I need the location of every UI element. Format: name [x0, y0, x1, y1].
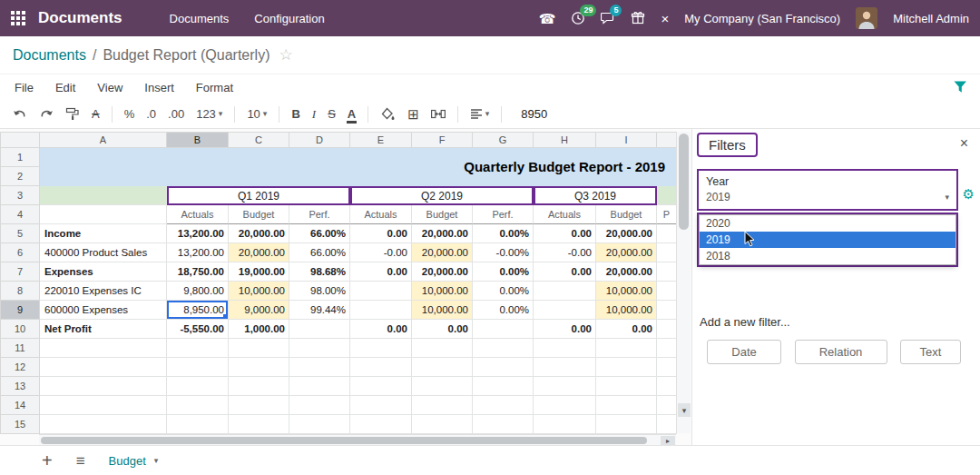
cell[interactable]: 20,000.00: [412, 262, 473, 282]
cell[interactable]: 20,000.00: [596, 262, 657, 282]
apps-grid-icon[interactable]: [11, 11, 25, 25]
cell[interactable]: [229, 339, 289, 358]
column-header-C[interactable]: C: [229, 133, 289, 148]
percent-format-button[interactable]: %: [124, 108, 135, 120]
cell[interactable]: [229, 377, 289, 396]
cell[interactable]: [229, 396, 289, 415]
cell[interactable]: 98.00%: [289, 282, 350, 301]
cell[interactable]: [40, 377, 167, 396]
subheader-cell[interactable]: Budget: [229, 205, 289, 224]
vertical-scrollbar-thumb[interactable]: [679, 134, 689, 230]
cell[interactable]: 0.00%: [473, 301, 534, 320]
column-header[interactable]: [657, 133, 677, 148]
cell[interactable]: 0.00%: [473, 224, 534, 243]
cell[interactable]: [473, 396, 534, 415]
cell[interactable]: [473, 377, 534, 396]
cell[interactable]: [657, 301, 677, 320]
column-header-I[interactable]: I: [596, 133, 657, 148]
cell[interactable]: [229, 415, 289, 434]
cell[interactable]: [534, 339, 596, 358]
breadcrumb-documents-link[interactable]: Documents: [13, 47, 86, 64]
cell[interactable]: 220010 Expenses IC: [40, 282, 167, 301]
increase-decimal-button[interactable]: .00: [168, 108, 184, 120]
cell[interactable]: [167, 377, 229, 396]
cell[interactable]: [657, 415, 677, 434]
select-all-corner[interactable]: [1, 133, 40, 148]
cell[interactable]: [596, 339, 657, 358]
column-header-E[interactable]: E: [350, 133, 412, 148]
cell[interactable]: [167, 339, 229, 358]
column-header-F[interactable]: F: [412, 133, 473, 148]
subheader-cell[interactable]: Actuals: [350, 205, 412, 224]
quarter-header[interactable]: Q2 2019: [350, 186, 534, 205]
cell[interactable]: [350, 415, 412, 434]
row-header-3[interactable]: 3: [1, 186, 40, 205]
cell[interactable]: 66.00%: [289, 243, 350, 262]
cell[interactable]: 10,000.00: [412, 301, 473, 320]
number-format-button[interactable]: 123 ▾: [196, 108, 222, 120]
cell[interactable]: [289, 415, 350, 434]
cell[interactable]: [289, 320, 350, 339]
cell[interactable]: [657, 358, 677, 377]
cell[interactable]: [657, 339, 677, 358]
cell[interactable]: [534, 301, 596, 320]
cell[interactable]: 10,000.00: [596, 282, 657, 301]
cell[interactable]: 0.00: [596, 320, 657, 339]
cell[interactable]: 10,000.00: [229, 282, 289, 301]
subheader-cell[interactable]: Budget: [596, 205, 657, 224]
favorite-star-icon[interactable]: ☆: [279, 45, 292, 64]
cell[interactable]: [596, 358, 657, 377]
cell[interactable]: 98.68%: [289, 262, 350, 282]
cell[interactable]: 20,000.00: [596, 224, 657, 243]
cell[interactable]: [412, 339, 473, 358]
cell[interactable]: [596, 415, 657, 434]
redo-icon[interactable]: [39, 108, 54, 121]
menu-insert[interactable]: Insert: [144, 81, 174, 94]
add-text-filter-button[interactable]: Text: [900, 340, 961, 364]
menu-documents[interactable]: Documents: [170, 12, 230, 25]
paint-format-icon[interactable]: [65, 107, 80, 121]
year-filter-select[interactable]: 2019 ▾: [706, 191, 949, 203]
cell[interactable]: [534, 377, 596, 396]
cell[interactable]: 20,000.00: [412, 243, 473, 262]
cell[interactable]: [473, 358, 534, 377]
add-relation-filter-button[interactable]: Relation: [795, 340, 887, 364]
cell[interactable]: [40, 205, 167, 224]
font-size-selector[interactable]: 10 ▾: [247, 108, 267, 120]
row-header-6[interactable]: 6: [1, 243, 40, 262]
cell[interactable]: 10,000.00: [596, 301, 657, 320]
user-menu[interactable]: Mitchell Admin: [893, 12, 969, 25]
cell[interactable]: [289, 358, 350, 377]
cell[interactable]: [657, 186, 677, 205]
menu-configuration[interactable]: Configuration: [254, 12, 324, 25]
row-header-15[interactable]: 15: [1, 415, 40, 434]
row-header-12[interactable]: 12: [1, 358, 40, 377]
cell[interactable]: 13,200.00: [167, 224, 229, 243]
cell[interactable]: [40, 396, 167, 415]
cell[interactable]: [350, 301, 412, 320]
cell[interactable]: 0.00: [350, 262, 412, 282]
scroll-right-icon[interactable]: ▸: [661, 436, 675, 445]
horizontal-scrollbar[interactable]: ▸: [39, 434, 676, 445]
row-header-9[interactable]: 9: [1, 301, 40, 320]
column-header-H[interactable]: H: [534, 133, 596, 148]
cell[interactable]: [350, 339, 412, 358]
cell[interactable]: [473, 415, 534, 434]
cell[interactable]: [40, 358, 167, 377]
phone-icon[interactable]: ☎: [539, 12, 556, 25]
row-header-8[interactable]: 8: [1, 282, 40, 301]
year-option-2019[interactable]: 2019: [700, 232, 956, 248]
cell[interactable]: 13,200.00: [167, 243, 229, 262]
year-option-2018[interactable]: 2018: [700, 248, 956, 264]
text-color-button[interactable]: A: [348, 108, 356, 120]
cell[interactable]: 10,000.00: [412, 282, 473, 301]
scroll-down-icon[interactable]: ▾: [678, 403, 691, 417]
cell[interactable]: Income: [40, 224, 167, 243]
cell[interactable]: [289, 377, 350, 396]
cell[interactable]: 20,000.00: [412, 224, 473, 243]
cell[interactable]: [657, 243, 677, 262]
row-header-1[interactable]: 1: [1, 148, 40, 167]
cell[interactable]: [596, 377, 657, 396]
cell[interactable]: [534, 282, 596, 301]
filter-icon[interactable]: [954, 81, 967, 94]
